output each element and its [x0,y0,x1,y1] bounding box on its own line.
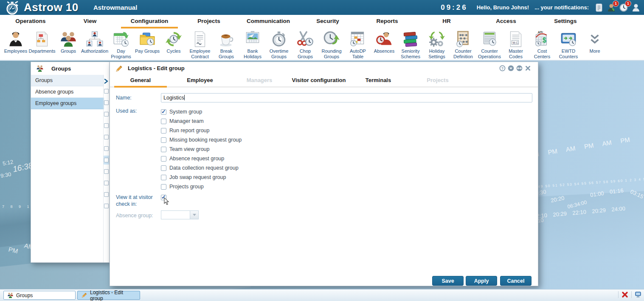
toolbar-item-chop-groups[interactable]: Chop Groups [292,30,318,59]
chevron-right-icon[interactable] [104,78,109,83]
name-input-value: Logistics [163,95,184,101]
toolbar-item-master-codes[interactable]: M.C. Master Codes [503,30,529,59]
checkbox-projects-group[interactable]: Projects group [161,182,242,191]
tab-projects[interactable]: Projects [179,15,239,28]
checkbox-run-report-group[interactable]: Run report group [161,126,242,135]
group-row-checkbox[interactable] [104,146,109,151]
toolbar-item-break-groups[interactable]: Break Groups [213,30,239,59]
checkbox[interactable] [161,184,166,190]
tab-access[interactable]: Access [476,15,536,28]
show-desktop-icon[interactable] [635,291,641,298]
checkbox[interactable] [161,137,166,143]
name-input[interactable]: Logistics [161,93,532,102]
toolbar-item-employee-contract[interactable]: Employee Contract [187,30,213,59]
tab-projects-dialog[interactable]: Projects [408,75,467,86]
logout-user-icon[interactable] [631,3,641,12]
pencil-icon [115,65,123,73]
toolbar-item-autodp-table[interactable]: AutoDP Table [345,30,371,59]
tab-communication[interactable]: Communication [239,15,298,28]
checkbox-job-swap-request-group[interactable]: Job swap request group [161,173,242,182]
nav-employee-groups[interactable]: Employee groups [31,98,104,109]
cancel-button[interactable]: Cancel [500,276,532,286]
checkbox-missing-booking-request-group[interactable]: Missing booking request group [161,135,242,145]
group-row-checkbox[interactable] [104,123,109,128]
checkbox[interactable] [161,119,166,124]
toolbar-item-more[interactable]: More [582,30,608,54]
group-row-checkbox[interactable] [104,89,109,94]
clock-notification-icon[interactable]: 1 [619,3,628,12]
toolbar-item-groups[interactable]: Groups [55,30,82,54]
checkbox[interactable] [161,175,166,180]
tab-employee[interactable]: Employee [170,75,230,86]
checkbox[interactable] [161,156,166,162]
checkbox-absence-request-group[interactable]: Absence request group [161,154,242,163]
tab-operations[interactable]: Operations [1,15,60,28]
tab-view[interactable]: View [60,15,120,28]
visitor-check-in-label: View it at visitor check in: [116,194,158,208]
tab-terminals[interactable]: Terminals [349,75,408,86]
group-row-checkbox[interactable] [104,192,109,197]
tab-reports[interactable]: Reports [357,15,417,28]
tab-hr[interactable]: HR [417,15,476,28]
checkbox[interactable] [161,165,166,171]
nav-groups[interactable]: Groups [31,75,104,86]
toolbar-item-seniority-schemes[interactable]: Seniority Schemes [397,30,424,59]
checkbox-team-view-group[interactable]: Team view group [161,145,242,154]
absence-group-dropdown[interactable] [161,210,199,219]
toolbar-item-absences[interactable]: Absences [371,30,397,54]
close-icon[interactable] [525,65,531,71]
checkbox[interactable] [161,147,166,152]
group-row-checkbox[interactable] [104,181,109,185]
toolbar-item-ewtd-counters[interactable]: EWTD Counters [555,30,582,59]
group-row-checkbox[interactable] [104,158,109,162]
toolbar-item-authorization[interactable]: Authorization [82,30,108,54]
tab-general[interactable]: General [111,75,170,86]
toolbar-item-day-programs[interactable]: Day Programs [108,30,134,59]
checkbox[interactable] [161,128,166,133]
taskbar-item-edit-group[interactable]: Logistics - Edit group [77,291,140,300]
help-icon[interactable]: ? [499,65,506,71]
absence-group-label: Absence group: [116,213,153,219]
group-row-checkbox[interactable] [104,135,109,139]
nav-absence-groups[interactable]: Absence groups [31,86,104,98]
save-button[interactable]: Save [432,276,464,286]
user-notification-icon[interactable]: 1 [607,3,616,12]
checkbox[interactable] [161,109,166,115]
toolbar-item-holiday-settings[interactable]: Holiday Settings [424,30,450,59]
toolbar-item-counter-definition[interactable]: Counter Definition [450,30,476,59]
toolbar-item-employees[interactable]: Employees [3,30,29,54]
absence-group-value [161,210,190,219]
dropdown-button[interactable] [190,210,199,219]
taskbar: Groups Logistics - Edit group [0,289,644,301]
dialog-window-controls: ? [499,65,531,71]
toolbar-item-rounding-groups[interactable]: Rounding Groups [318,30,345,59]
toolbar-item-departments[interactable]: Departments [29,30,55,54]
tab-settings[interactable]: Settings [536,15,595,28]
toolbar-item-overtime-groups[interactable]: Overtime Groups [266,30,292,59]
arrow-down-icon[interactable] [508,65,514,71]
tab-security[interactable]: Security [298,15,357,28]
checkbox-manager-team[interactable]: Manager team [161,116,242,126]
taskbar-item-groups[interactable]: Groups [3,291,76,300]
toolbar-item-pay-groups[interactable]: Pay Groups [134,30,160,54]
toolbar-item-counter-operations[interactable]: Counter Operations [476,30,503,59]
close-all-icon[interactable] [622,291,628,298]
toolbar-item-cycles[interactable]: Cycles [160,30,187,54]
checkbox-system-group[interactable]: System group [161,107,242,116]
toolbar-item-bank-holidays[interactable]: Bank Holidays [239,30,266,59]
tab-visitor-configuration[interactable]: Visitor configuration [289,75,349,86]
apply-button[interactable]: Apply [466,276,497,286]
group-row-checkbox[interactable] [104,169,109,174]
tab-managers[interactable]: Managers [230,75,289,86]
resize-icon[interactable] [516,65,523,71]
group-row-checkbox[interactable] [104,100,109,105]
group-row-checkbox[interactable] [104,204,109,208]
checkbox-data-collection-request-group[interactable]: Data collection request group [161,163,242,173]
group-row-checkbox[interactable] [104,112,109,116]
dialog-title: Logistics - Edit group [128,62,185,75]
clock-notification-badge: 1 [625,1,631,6]
tab-configuration[interactable]: Configuration [120,15,179,28]
document-notification-icon[interactable] [594,3,604,12]
cycles-icon [165,30,183,48]
toolbar-item-cost-centers[interactable]: Aᴮᶜ$ Cost Centers [529,30,555,59]
